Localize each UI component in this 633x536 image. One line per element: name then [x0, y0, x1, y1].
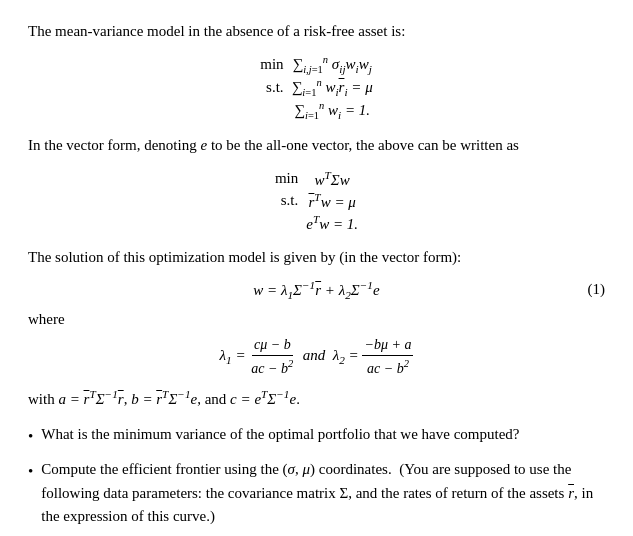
bullet-text-1: What is the minimum variance of the opti… [41, 423, 605, 446]
bullet-item-1: • What is the minimum variance of the op… [28, 423, 605, 448]
bullet-item-2: • Compute the efficient frontier using t… [28, 458, 605, 528]
vector-form-paragraph: In the vector form, denoting e to be the… [28, 134, 605, 157]
bullet-dot-2: • [28, 460, 33, 483]
where-label: where [28, 311, 605, 328]
intro-paragraph: The mean-variance model in the absence o… [28, 20, 605, 43]
bullet-list: • What is the minimum variance of the op… [28, 423, 605, 536]
min-variance-equations: min ∑i,j=1n σijwiwj s.t. ∑i=1n wiri = μ [28, 53, 605, 122]
lambda-definitions: λ1 = cμ − b ac − b2 and λ2 = −bμ + a ac … [28, 336, 605, 378]
equation-1-row: w = λ1Σ−1r + λ2Σ−1e (1) [28, 279, 605, 301]
vector-form-equations: min wTΣw s.t. rTw = μ eTw = 1. [28, 168, 605, 234]
solution-paragraph: The solution of this optimization model … [28, 246, 605, 269]
equation-1: w = λ1Σ−1r + λ2Σ−1e [68, 279, 565, 301]
with-line: with a = rTΣ−1r, b = rTΣ−1e, and c = eTΣ… [28, 386, 605, 411]
equation-number: (1) [565, 281, 605, 298]
bullet-dot-1: • [28, 425, 33, 448]
bullet-text-2: Compute the efficient frontier using the… [41, 458, 605, 528]
